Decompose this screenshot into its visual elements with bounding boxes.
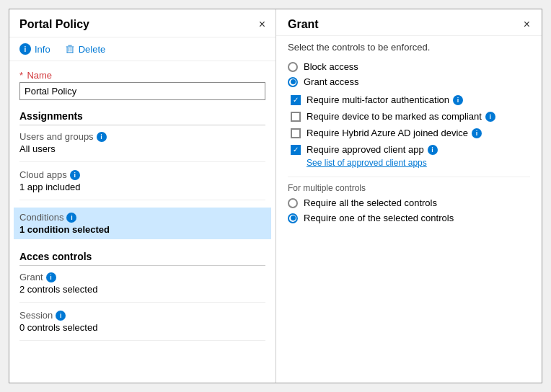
grant-checkboxes: Require multi-factor authentication i Re… — [291, 94, 530, 168]
compliant-info-icon[interactable]: i — [485, 112, 495, 122]
name-input[interactable] — [19, 82, 265, 100]
info-icon: i — [19, 43, 31, 55]
svg-rect-5 — [69, 48, 69, 51]
users-groups-item: Users and groups i All users — [19, 131, 265, 162]
access-type-radio-group: Block access Grant access — [288, 61, 530, 87]
acces-controls-section-title: Acces controls — [19, 251, 265, 266]
require-one-label: Require one of the selected controls — [304, 213, 454, 223]
divider — [288, 177, 530, 177]
name-field-label: * Name — [19, 70, 265, 81]
grant-info-icon[interactable]: i — [46, 272, 56, 282]
hybrid-label: Require Hybrid Azure AD joined device i — [307, 128, 482, 138]
left-panel: Portal Policy × i Info Delete * Name Ass… — [9, 9, 276, 383]
compliant-checkbox[interactable] — [291, 112, 301, 122]
hybrid-checkbox[interactable] — [291, 128, 301, 138]
block-access-row[interactable]: Block access — [288, 61, 530, 72]
require-one-row[interactable]: Require one of the selected controls — [288, 213, 530, 223]
users-info-icon[interactable]: i — [97, 132, 107, 142]
require-all-row[interactable]: Require all the selected controls — [288, 197, 530, 208]
mfa-label: Require multi-factor authentication i — [307, 94, 463, 105]
hybrid-row[interactable]: Require Hybrid Azure AD joined device i — [291, 128, 530, 138]
grant-value: 2 controls selected — [19, 284, 265, 295]
delete-label: Delete — [79, 44, 106, 55]
grant-access-row[interactable]: Grant access — [288, 76, 530, 87]
approved-app-checkbox[interactable] — [291, 145, 301, 155]
require-all-radio[interactable] — [288, 198, 298, 208]
approved-app-label: Require approved client app i — [307, 144, 438, 155]
right-subtitle: Select the controls to be enforced. — [276, 36, 542, 58]
users-groups-value: All users — [19, 143, 265, 154]
conditions-info-icon[interactable]: i — [66, 213, 76, 223]
hybrid-info-icon[interactable]: i — [472, 128, 482, 138]
info-button[interactable]: i Info — [19, 43, 50, 55]
grant-label: Grant i — [19, 272, 265, 282]
info-label: Info — [35, 44, 50, 55]
right-close-button[interactable]: × — [524, 18, 530, 31]
grant-access-radio[interactable] — [288, 77, 298, 87]
cloud-apps-label: Cloud apps i — [19, 169, 265, 180]
right-header: Grant × — [276, 9, 542, 36]
session-label: Session i — [19, 310, 265, 321]
cloud-apps-item: Cloud apps i 1 app included — [19, 169, 265, 200]
right-header-buttons: × — [508, 18, 530, 31]
mfa-info-icon[interactable]: i — [453, 95, 463, 105]
cloud-info-icon[interactable]: i — [70, 170, 80, 180]
grant-access-label: Grant access — [304, 76, 359, 87]
left-body: * Name Assignments Users and groups i Al… — [9, 61, 276, 383]
multiple-controls-label: For multiple controls — [288, 183, 530, 193]
left-toolbar: i Info Delete — [9, 37, 276, 61]
block-access-radio[interactable] — [288, 62, 298, 72]
right-panel-title: Grant — [288, 18, 319, 31]
svg-rect-2 — [66, 47, 67, 53]
require-one-radio[interactable] — [288, 213, 298, 223]
svg-rect-4 — [66, 52, 73, 53]
conditions-item[interactable]: Conditions i 1 condition selected — [14, 208, 271, 239]
delete-icon — [65, 44, 75, 54]
mfa-checkbox[interactable] — [291, 95, 301, 105]
delete-button[interactable]: Delete — [65, 43, 106, 55]
session-item: Session i 0 controls selected — [19, 310, 265, 341]
mfa-row[interactable]: Require multi-factor authentication i — [291, 94, 530, 105]
svg-rect-0 — [66, 47, 74, 48]
maximize-button[interactable] — [508, 19, 518, 30]
compliant-row[interactable]: Require device to be marked as compliant… — [291, 111, 530, 122]
right-body: Block access Grant access Require multi-… — [276, 58, 542, 383]
approved-apps-link[interactable]: See list of approved client apps — [307, 158, 530, 168]
approved-app-info-icon[interactable]: i — [428, 145, 438, 155]
left-close-button[interactable]: × — [259, 18, 265, 31]
session-info-icon[interactable]: i — [56, 311, 66, 321]
conditions-value: 1 condition selected — [19, 224, 265, 235]
svg-rect-3 — [72, 47, 73, 53]
cloud-apps-value: 1 app included — [19, 182, 265, 192]
users-groups-label: Users and groups i — [19, 131, 265, 142]
compliant-label: Require device to be marked as compliant… — [307, 111, 495, 122]
svg-rect-6 — [71, 48, 71, 51]
right-panel: Grant × Select the controls to be enforc… — [276, 9, 542, 383]
approved-app-row[interactable]: Require approved client app i — [291, 144, 530, 155]
left-header: Portal Policy × — [9, 9, 276, 37]
assignments-section-title: Assignments — [19, 110, 265, 125]
multiple-controls-radio-group: Require all the selected controls Requir… — [288, 197, 530, 223]
left-panel-title: Portal Policy — [19, 18, 89, 31]
conditions-label: Conditions i — [19, 212, 265, 223]
require-all-label: Require all the selected controls — [304, 197, 437, 208]
grant-item: Grant i 2 controls selected — [19, 272, 265, 303]
svg-rect-1 — [68, 45, 71, 46]
block-access-label: Block access — [304, 61, 358, 72]
required-asterisk: * — [19, 70, 23, 81]
session-value: 0 controls selected — [19, 322, 265, 333]
